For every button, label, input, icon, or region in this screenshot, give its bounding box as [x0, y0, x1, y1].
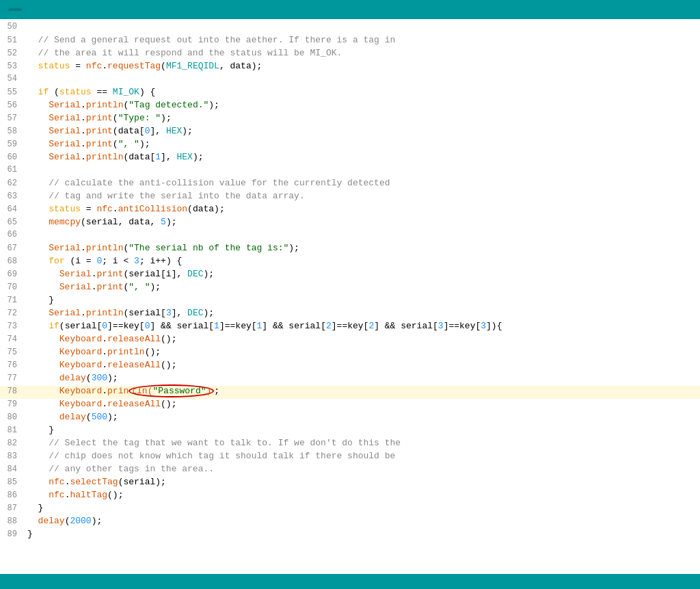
line-content: Keyboard.println(); — [24, 347, 700, 357]
line-content: Serial.print(data[0], HEX); — [24, 126, 700, 136]
table-row: 75 Keyboard.println(); — [0, 347, 700, 360]
line-number: 57 — [0, 114, 24, 123]
table-row: 88 delay(2000); — [0, 516, 700, 529]
line-number: 68 — [0, 257, 24, 266]
line-number: 60 — [0, 153, 24, 162]
table-row: 56 Serial.println("Tag detected."); — [0, 100, 700, 113]
line-number: 66 — [0, 230, 24, 239]
table-row: 78 Keyboard.println("Password"); — [0, 386, 700, 399]
line-content: delay(500); — [24, 412, 700, 422]
line-content: // the area it will respond and the stat… — [24, 48, 700, 58]
line-number: 77 — [0, 374, 24, 383]
line-content: status = nfc.antiCollision(data); — [24, 204, 700, 214]
line-content: Serial.print(serial[i], DEC); — [24, 269, 700, 279]
line-number: 88 — [0, 516, 24, 526]
line-number: 84 — [0, 464, 24, 474]
code-body: 5051 // Send a general request out into … — [0, 19, 700, 545]
line-content: // chip does not know which tag it shoul… — [24, 451, 700, 461]
line-number: 58 — [0, 127, 24, 136]
table-row: 80 delay(500); — [0, 412, 700, 425]
line-content: Serial.println(serial[3], DEC); — [24, 308, 700, 318]
line-number: 54 — [0, 74, 24, 83]
line-content: status = nfc.requestTag(MF1_REQIDL, data… — [24, 61, 700, 71]
line-content: delay(2000); — [24, 516, 700, 526]
line-content: Keyboard.println("Password"); — [24, 386, 700, 396]
table-row: 70 Serial.print(", "); — [0, 282, 700, 295]
table-row: 76 Keyboard.releaseAll(); — [0, 360, 700, 373]
table-row: 89} — [0, 529, 700, 542]
line-content: Serial.print("Type: "); — [24, 113, 700, 123]
line-content: // calculate the anti-collision value fo… — [24, 178, 700, 188]
line-number: 53 — [0, 62, 24, 71]
line-content: nfc.haltTag(); — [24, 490, 700, 500]
table-row: 62 // calculate the anti-collision value… — [0, 178, 700, 191]
bottom-bar — [0, 574, 700, 589]
table-row: 60 Serial.println(data[1], HEX); — [0, 152, 700, 165]
line-content: delay(300); — [24, 373, 700, 383]
table-row: 86 nfc.haltTag(); — [0, 490, 700, 503]
line-number: 55 — [0, 88, 24, 97]
line-content: Keyboard.releaseAll(); — [24, 399, 700, 409]
line-content: for (i = 0; i < 3; i++) { — [24, 256, 700, 266]
table-row: 72 Serial.println(serial[3], DEC); — [0, 308, 700, 321]
table-row: 87 } — [0, 503, 700, 516]
table-row: 68 for (i = 0; i < 3; i++) { — [0, 256, 700, 269]
line-number: 73 — [0, 322, 24, 331]
line-number: 80 — [0, 413, 24, 422]
line-number: 70 — [0, 283, 24, 292]
line-number: 63 — [0, 192, 24, 201]
code-container: 5051 // Send a general request out into … — [0, 19, 700, 589]
line-number: 89 — [0, 529, 24, 539]
line-content: Serial.print(", "); — [24, 282, 700, 292]
line-number: 59 — [0, 140, 24, 149]
line-number: 75 — [0, 348, 24, 357]
line-content: } — [24, 529, 700, 539]
line-number: 65 — [0, 218, 24, 227]
table-row: 85 nfc.selectTag(serial); — [0, 477, 700, 490]
line-content: if(serial[0]==key[0] && serial[1]==key[1… — [24, 321, 700, 331]
table-row: 65 memcpy(serial, data, 5); — [0, 217, 700, 230]
table-row: 55 if (status == MI_OK) { — [0, 87, 700, 100]
line-content: // any other tags in the area.. — [24, 464, 700, 474]
table-row: 81 } — [0, 425, 700, 438]
line-content: Keyboard.releaseAll(); — [24, 360, 700, 370]
line-content: Serial.print(", "); — [24, 139, 700, 149]
table-row: 66 — [0, 230, 700, 243]
line-content: Serial.println("The serial nb of the tag… — [24, 243, 700, 253]
line-content: // tag and write the serial into the dat… — [24, 191, 700, 201]
line-number: 83 — [0, 451, 24, 461]
line-number: 79 — [0, 400, 24, 409]
table-row: 67 Serial.println("The serial nb of the … — [0, 243, 700, 256]
table-row: 77 delay(300); — [0, 373, 700, 386]
line-number: 78 — [0, 387, 24, 396]
line-number: 86 — [0, 490, 24, 500]
line-number: 82 — [0, 439, 24, 448]
line-number: 69 — [0, 270, 24, 279]
line-number: 51 — [0, 36, 24, 45]
line-content: nfc.selectTag(serial); — [24, 477, 700, 487]
line-content: } — [24, 295, 700, 305]
line-content: Serial.println(data[1], HEX); — [24, 152, 700, 162]
line-content: // Send a general request out into the a… — [24, 35, 700, 45]
table-row: 74 Keyboard.releaseAll(); — [0, 334, 700, 347]
table-row: 61 — [0, 165, 700, 178]
line-content: memcpy(serial, data, 5); — [24, 217, 700, 227]
tab-label[interactable] — [8, 8, 22, 11]
line-number: 52 — [0, 49, 24, 58]
title-bar — [0, 0, 700, 19]
line-content: Serial.println("Tag detected."); — [24, 100, 700, 110]
table-row: 63 // tag and write the serial into the … — [0, 191, 700, 204]
line-number: 64 — [0, 205, 24, 214]
table-row: 58 Serial.print(data[0], HEX); — [0, 126, 700, 139]
table-row: 64 status = nfc.antiCollision(data); — [0, 204, 700, 217]
table-row: 73 if(serial[0]==key[0] && serial[1]==ke… — [0, 321, 700, 334]
table-row: 82 // Select the tag that we want to tal… — [0, 438, 700, 451]
table-row: 53 status = nfc.requestTag(MF1_REQIDL, d… — [0, 61, 700, 74]
line-number: 74 — [0, 335, 24, 344]
table-row: 71 } — [0, 295, 700, 308]
line-content: if (status == MI_OK) { — [24, 87, 700, 97]
line-number: 81 — [0, 426, 24, 435]
table-row: 79 Keyboard.releaseAll(); — [0, 399, 700, 412]
line-number: 85 — [0, 477, 24, 487]
line-number: 61 — [0, 165, 24, 174]
